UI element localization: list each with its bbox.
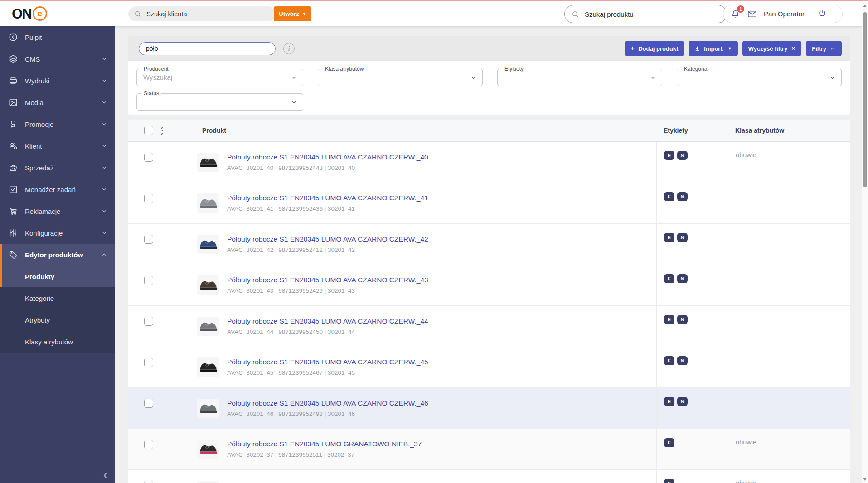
sidebar-item-media[interactable]: Media <box>0 92 115 113</box>
product-image <box>197 275 219 295</box>
label-badge-n: N <box>677 192 688 201</box>
import-button[interactable]: Import ▼ <box>689 41 737 56</box>
product-image <box>197 235 219 254</box>
product-title-link[interactable]: Półbuty robocze S1 EN20345 LUMO GRANATOW… <box>227 440 422 448</box>
product-codes: AVAC_30201_46 | 9871239952498 | 30201_46 <box>227 411 428 417</box>
labels-cell: EN <box>656 347 729 388</box>
filters-button[interactable]: Filtry <box>806 41 842 56</box>
chevron-down-icon <box>829 74 836 81</box>
attribute-class-value: obuwie <box>736 479 756 483</box>
filter-select-producent[interactable]: Producent Wyszukaj <box>136 69 303 86</box>
notification-badge: 1 <box>737 5 744 13</box>
column-menu-icon[interactable] <box>160 126 164 135</box>
products-table: Produkt Etykiety Klasa atrybutów Półbuty… <box>128 120 850 483</box>
row-checkbox[interactable] <box>144 481 153 483</box>
table-row: Półbuty robocze S1 EN20345 LUMO AVA CZAR… <box>128 388 850 429</box>
product-quick-search-input[interactable] <box>145 44 269 53</box>
sidebar-collapse-button[interactable]: ‹ <box>103 469 107 481</box>
sidebar-item-konfiguracje[interactable]: Konfiguracje <box>0 222 115 244</box>
row-checkbox[interactable] <box>144 194 153 203</box>
label-badge-n: N <box>677 315 688 324</box>
row-checkbox[interactable] <box>144 235 153 244</box>
chevron-down-icon <box>101 77 107 84</box>
sidebar-item-promocje[interactable]: Promocje <box>0 113 115 135</box>
search-product-input[interactable] <box>584 10 720 19</box>
table-row: Półbuty robocze S1 EN20345 LUMO GRANATOW… <box>128 470 850 483</box>
product-image <box>197 481 219 483</box>
sidebar-subitem-klasy-atrybut-w[interactable]: Klasy atrybutów <box>0 331 115 353</box>
label-badge-e: E <box>664 438 674 447</box>
chevron-down-icon <box>101 99 107 106</box>
product-image <box>197 399 219 418</box>
chevron-down-icon <box>101 143 107 149</box>
labels-cell: EN <box>656 265 729 306</box>
clear-filters-button[interactable]: Wyczyść filtry ✕ <box>742 41 802 56</box>
scroll-down-arrow-icon[interactable] <box>863 478 867 481</box>
row-checkbox[interactable] <box>144 399 153 408</box>
search-icon <box>572 10 579 18</box>
add-product-button[interactable]: + Dodaj produkt <box>625 41 684 56</box>
product-title-link[interactable]: Półbuty robocze S1 EN20345 LUMO AVA CZAR… <box>227 235 428 243</box>
product-image <box>197 440 219 459</box>
sidebar-subitem-kategorie[interactable]: Kategorie <box>0 287 115 309</box>
chevron-down-icon <box>101 230 107 236</box>
logout-power-icon[interactable] <box>818 9 827 19</box>
sidebar-submenu: KategorieAtrybutyKlasy atrybutów <box>0 287 115 353</box>
sidebar-item-sprzedaz[interactable]: Sprzedaż <box>0 157 115 179</box>
search-product-field[interactable] <box>564 5 727 23</box>
attribute-class-value: obuwie <box>736 439 756 446</box>
create-button[interactable]: Utwórz▼ <box>274 6 311 21</box>
row-checkbox[interactable] <box>144 358 153 367</box>
people-icon <box>8 141 18 151</box>
product-title-link[interactable]: Półbuty robocze S1 EN20345 LUMO AVA CZAR… <box>227 153 428 161</box>
row-checkbox[interactable] <box>144 317 153 326</box>
layers-icon <box>8 54 18 64</box>
main-content: i + Dodaj produkt Import ▼ Wyczyść filtr… <box>115 26 868 483</box>
row-checkbox[interactable] <box>144 440 153 449</box>
filter-select-status[interactable]: Status <box>136 93 303 111</box>
row-checkbox[interactable] <box>144 153 153 162</box>
product-title-link[interactable]: Półbuty robocze S1 EN20345 LUMO AVA CZAR… <box>227 317 428 325</box>
medal-icon <box>8 119 18 129</box>
scroll-up-arrow-icon[interactable] <box>863 5 867 7</box>
search-client-field[interactable] <box>128 6 276 21</box>
sidebar-item-wydruki[interactable]: Wydruki <box>0 70 115 92</box>
row-checkbox[interactable] <box>144 276 153 285</box>
divider <box>811 9 811 19</box>
sidebar-subitem-atrybuty[interactable]: Atrybuty <box>0 309 115 331</box>
filter-select-etykiety[interactable]: Etykiety <box>497 69 662 86</box>
product-title-link[interactable]: Półbuty robocze S1 EN20345 LUMO AVA CZAR… <box>227 399 428 407</box>
mail-icon[interactable] <box>747 9 757 19</box>
toolbar-actions: + Dodaj produkt Import ▼ Wyczyść filtry … <box>625 41 842 56</box>
info-icon[interactable]: i <box>283 43 295 54</box>
filter-select-klasa-atrybutow[interactable]: Klasa atrybutów <box>318 69 483 86</box>
sidebar-subitem-produkty[interactable]: Produkty <box>0 266 115 287</box>
sidebar-item-klient[interactable]: Klient <box>0 135 115 157</box>
sidebar-item-edytor-produktow[interactable]: Edytor produktów <box>0 244 115 266</box>
product-codes: AVAC_30201_42 | 9871239952412 | 30201_42 <box>227 246 428 253</box>
scrollbar-thumb[interactable] <box>863 12 867 187</box>
notifications-bell-icon[interactable]: 1 <box>730 9 741 19</box>
label-badge-n: N <box>677 151 688 160</box>
product-title-link[interactable]: Półbuty robocze S1 EN20345 LUMO AVA CZAR… <box>227 194 428 202</box>
product-quick-search-field[interactable] <box>139 42 276 55</box>
scrollbar[interactable] <box>862 1 868 483</box>
search-client-input[interactable] <box>145 10 270 18</box>
product-title-link[interactable]: Półbuty robocze S1 EN20345 LUMO AVA CZAR… <box>227 276 428 284</box>
logo-e-icon: e <box>33 6 47 21</box>
product-title-link[interactable]: Półbuty robocze S1 EN20345 LUMO AVA CZAR… <box>227 358 428 366</box>
table-row: Półbuty robocze S1 EN20345 LUMO AVA CZAR… <box>128 224 850 265</box>
filter-select-kategoria[interactable]: Kategoria <box>677 69 842 86</box>
tag-icon <box>8 250 18 260</box>
sidebar-item-pulpit[interactable]: Pulpit <box>0 26 115 48</box>
chevron-down-icon <box>101 208 107 214</box>
select-all-checkbox[interactable] <box>144 126 153 135</box>
label-badge-e: E <box>664 356 674 365</box>
sidebar-item-cms[interactable]: CMS <box>0 48 115 70</box>
search-icon <box>134 10 141 18</box>
sidebar-item-menadzer-zadan[interactable]: Menadżer zadań <box>0 179 115 200</box>
product-codes: AVAC_30201_45 | 9871239952467 | 30201_45 <box>227 369 428 376</box>
sidebar-item-reklamacje[interactable]: Reklamacje <box>0 200 115 222</box>
product-codes: AVAC_30201_44 | 9871239952450 | 30201_44 <box>227 328 428 335</box>
dashboard-icon <box>8 32 18 42</box>
